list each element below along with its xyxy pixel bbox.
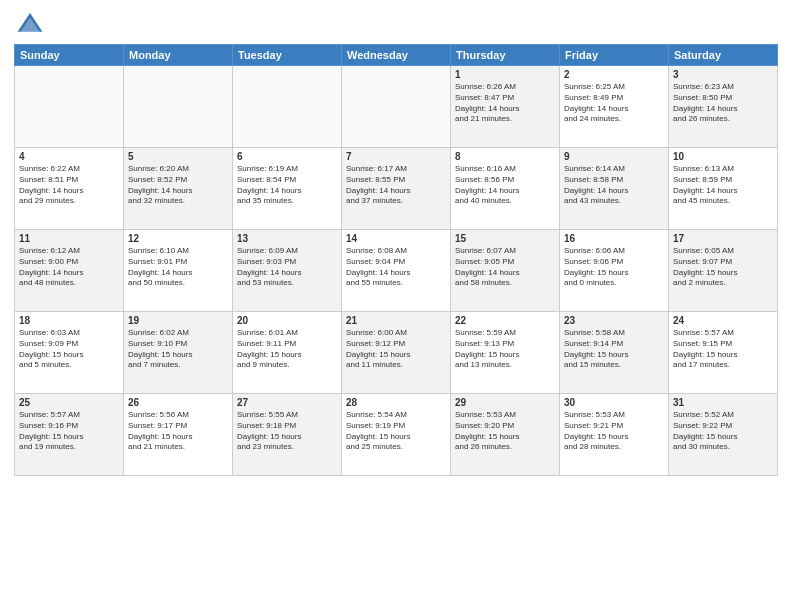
weekday-header-friday: Friday bbox=[560, 45, 669, 66]
day-info: Sunrise: 5:53 AM Sunset: 9:20 PM Dayligh… bbox=[455, 410, 555, 453]
calendar-day-cell: 31Sunrise: 5:52 AM Sunset: 9:22 PM Dayli… bbox=[669, 394, 778, 476]
calendar-day-cell: 28Sunrise: 5:54 AM Sunset: 9:19 PM Dayli… bbox=[342, 394, 451, 476]
weekday-header-sunday: Sunday bbox=[15, 45, 124, 66]
day-info: Sunrise: 5:53 AM Sunset: 9:21 PM Dayligh… bbox=[564, 410, 664, 453]
calendar-day-cell: 16Sunrise: 6:06 AM Sunset: 9:06 PM Dayli… bbox=[560, 230, 669, 312]
day-info: Sunrise: 5:56 AM Sunset: 9:17 PM Dayligh… bbox=[128, 410, 228, 453]
calendar-day-cell bbox=[124, 66, 233, 148]
calendar-day-cell: 12Sunrise: 6:10 AM Sunset: 9:01 PM Dayli… bbox=[124, 230, 233, 312]
calendar-week-row: 11Sunrise: 6:12 AM Sunset: 9:00 PM Dayli… bbox=[15, 230, 778, 312]
day-info: Sunrise: 5:57 AM Sunset: 9:16 PM Dayligh… bbox=[19, 410, 119, 453]
day-number: 28 bbox=[346, 397, 446, 408]
day-info: Sunrise: 6:16 AM Sunset: 8:56 PM Dayligh… bbox=[455, 164, 555, 207]
day-number: 26 bbox=[128, 397, 228, 408]
calendar-day-cell: 14Sunrise: 6:08 AM Sunset: 9:04 PM Dayli… bbox=[342, 230, 451, 312]
day-info: Sunrise: 5:55 AM Sunset: 9:18 PM Dayligh… bbox=[237, 410, 337, 453]
calendar-day-cell: 10Sunrise: 6:13 AM Sunset: 8:59 PM Dayli… bbox=[669, 148, 778, 230]
calendar-table: SundayMondayTuesdayWednesdayThursdayFrid… bbox=[14, 44, 778, 476]
weekday-header-thursday: Thursday bbox=[451, 45, 560, 66]
day-info: Sunrise: 6:06 AM Sunset: 9:06 PM Dayligh… bbox=[564, 246, 664, 289]
calendar-day-cell: 24Sunrise: 5:57 AM Sunset: 9:15 PM Dayli… bbox=[669, 312, 778, 394]
calendar-day-cell: 17Sunrise: 6:05 AM Sunset: 9:07 PM Dayli… bbox=[669, 230, 778, 312]
calendar-day-cell: 8Sunrise: 6:16 AM Sunset: 8:56 PM Daylig… bbox=[451, 148, 560, 230]
day-info: Sunrise: 6:12 AM Sunset: 9:00 PM Dayligh… bbox=[19, 246, 119, 289]
day-info: Sunrise: 6:03 AM Sunset: 9:09 PM Dayligh… bbox=[19, 328, 119, 371]
calendar-week-row: 4Sunrise: 6:22 AM Sunset: 8:51 PM Daylig… bbox=[15, 148, 778, 230]
day-number: 24 bbox=[673, 315, 773, 326]
day-number: 16 bbox=[564, 233, 664, 244]
calendar-day-cell: 18Sunrise: 6:03 AM Sunset: 9:09 PM Dayli… bbox=[15, 312, 124, 394]
day-number: 10 bbox=[673, 151, 773, 162]
day-number: 27 bbox=[237, 397, 337, 408]
calendar-day-cell bbox=[233, 66, 342, 148]
calendar-day-cell: 29Sunrise: 5:53 AM Sunset: 9:20 PM Dayli… bbox=[451, 394, 560, 476]
calendar-week-row: 1Sunrise: 6:26 AM Sunset: 8:47 PM Daylig… bbox=[15, 66, 778, 148]
calendar-day-cell: 5Sunrise: 6:20 AM Sunset: 8:52 PM Daylig… bbox=[124, 148, 233, 230]
day-info: Sunrise: 6:10 AM Sunset: 9:01 PM Dayligh… bbox=[128, 246, 228, 289]
day-info: Sunrise: 5:59 AM Sunset: 9:13 PM Dayligh… bbox=[455, 328, 555, 371]
day-info: Sunrise: 5:52 AM Sunset: 9:22 PM Dayligh… bbox=[673, 410, 773, 453]
calendar-day-cell: 30Sunrise: 5:53 AM Sunset: 9:21 PM Dayli… bbox=[560, 394, 669, 476]
day-number: 21 bbox=[346, 315, 446, 326]
day-number: 6 bbox=[237, 151, 337, 162]
weekday-header-saturday: Saturday bbox=[669, 45, 778, 66]
day-number: 7 bbox=[346, 151, 446, 162]
day-number: 17 bbox=[673, 233, 773, 244]
day-info: Sunrise: 6:01 AM Sunset: 9:11 PM Dayligh… bbox=[237, 328, 337, 371]
day-info: Sunrise: 6:09 AM Sunset: 9:03 PM Dayligh… bbox=[237, 246, 337, 289]
day-number: 11 bbox=[19, 233, 119, 244]
day-number: 15 bbox=[455, 233, 555, 244]
day-info: Sunrise: 5:58 AM Sunset: 9:14 PM Dayligh… bbox=[564, 328, 664, 371]
weekday-header-row: SundayMondayTuesdayWednesdayThursdayFrid… bbox=[15, 45, 778, 66]
weekday-header-tuesday: Tuesday bbox=[233, 45, 342, 66]
logo-icon bbox=[16, 10, 44, 38]
day-number: 2 bbox=[564, 69, 664, 80]
day-number: 31 bbox=[673, 397, 773, 408]
day-number: 14 bbox=[346, 233, 446, 244]
day-number: 9 bbox=[564, 151, 664, 162]
day-number: 29 bbox=[455, 397, 555, 408]
day-number: 8 bbox=[455, 151, 555, 162]
day-number: 12 bbox=[128, 233, 228, 244]
day-number: 23 bbox=[564, 315, 664, 326]
calendar-day-cell bbox=[15, 66, 124, 148]
weekday-header-wednesday: Wednesday bbox=[342, 45, 451, 66]
calendar-day-cell bbox=[342, 66, 451, 148]
day-number: 4 bbox=[19, 151, 119, 162]
day-info: Sunrise: 6:19 AM Sunset: 8:54 PM Dayligh… bbox=[237, 164, 337, 207]
day-info: Sunrise: 6:02 AM Sunset: 9:10 PM Dayligh… bbox=[128, 328, 228, 371]
calendar-day-cell: 22Sunrise: 5:59 AM Sunset: 9:13 PM Dayli… bbox=[451, 312, 560, 394]
day-number: 30 bbox=[564, 397, 664, 408]
day-info: Sunrise: 5:54 AM Sunset: 9:19 PM Dayligh… bbox=[346, 410, 446, 453]
calendar-day-cell: 9Sunrise: 6:14 AM Sunset: 8:58 PM Daylig… bbox=[560, 148, 669, 230]
day-info: Sunrise: 5:57 AM Sunset: 9:15 PM Dayligh… bbox=[673, 328, 773, 371]
calendar-day-cell: 11Sunrise: 6:12 AM Sunset: 9:00 PM Dayli… bbox=[15, 230, 124, 312]
logo bbox=[14, 10, 46, 38]
calendar-day-cell: 27Sunrise: 5:55 AM Sunset: 9:18 PM Dayli… bbox=[233, 394, 342, 476]
day-number: 5 bbox=[128, 151, 228, 162]
calendar-day-cell: 13Sunrise: 6:09 AM Sunset: 9:03 PM Dayli… bbox=[233, 230, 342, 312]
day-info: Sunrise: 6:00 AM Sunset: 9:12 PM Dayligh… bbox=[346, 328, 446, 371]
header bbox=[14, 10, 778, 38]
calendar-day-cell: 3Sunrise: 6:23 AM Sunset: 8:50 PM Daylig… bbox=[669, 66, 778, 148]
calendar-day-cell: 19Sunrise: 6:02 AM Sunset: 9:10 PM Dayli… bbox=[124, 312, 233, 394]
calendar-week-row: 25Sunrise: 5:57 AM Sunset: 9:16 PM Dayli… bbox=[15, 394, 778, 476]
day-info: Sunrise: 6:17 AM Sunset: 8:55 PM Dayligh… bbox=[346, 164, 446, 207]
day-number: 18 bbox=[19, 315, 119, 326]
day-info: Sunrise: 6:08 AM Sunset: 9:04 PM Dayligh… bbox=[346, 246, 446, 289]
calendar-day-cell: 26Sunrise: 5:56 AM Sunset: 9:17 PM Dayli… bbox=[124, 394, 233, 476]
calendar-day-cell: 20Sunrise: 6:01 AM Sunset: 9:11 PM Dayli… bbox=[233, 312, 342, 394]
calendar-day-cell: 25Sunrise: 5:57 AM Sunset: 9:16 PM Dayli… bbox=[15, 394, 124, 476]
day-number: 20 bbox=[237, 315, 337, 326]
day-info: Sunrise: 6:25 AM Sunset: 8:49 PM Dayligh… bbox=[564, 82, 664, 125]
calendar-week-row: 18Sunrise: 6:03 AM Sunset: 9:09 PM Dayli… bbox=[15, 312, 778, 394]
day-info: Sunrise: 6:20 AM Sunset: 8:52 PM Dayligh… bbox=[128, 164, 228, 207]
day-info: Sunrise: 6:14 AM Sunset: 8:58 PM Dayligh… bbox=[564, 164, 664, 207]
day-info: Sunrise: 6:05 AM Sunset: 9:07 PM Dayligh… bbox=[673, 246, 773, 289]
day-number: 1 bbox=[455, 69, 555, 80]
day-info: Sunrise: 6:07 AM Sunset: 9:05 PM Dayligh… bbox=[455, 246, 555, 289]
day-info: Sunrise: 6:23 AM Sunset: 8:50 PM Dayligh… bbox=[673, 82, 773, 125]
calendar-day-cell: 23Sunrise: 5:58 AM Sunset: 9:14 PM Dayli… bbox=[560, 312, 669, 394]
calendar-day-cell: 15Sunrise: 6:07 AM Sunset: 9:05 PM Dayli… bbox=[451, 230, 560, 312]
day-number: 13 bbox=[237, 233, 337, 244]
